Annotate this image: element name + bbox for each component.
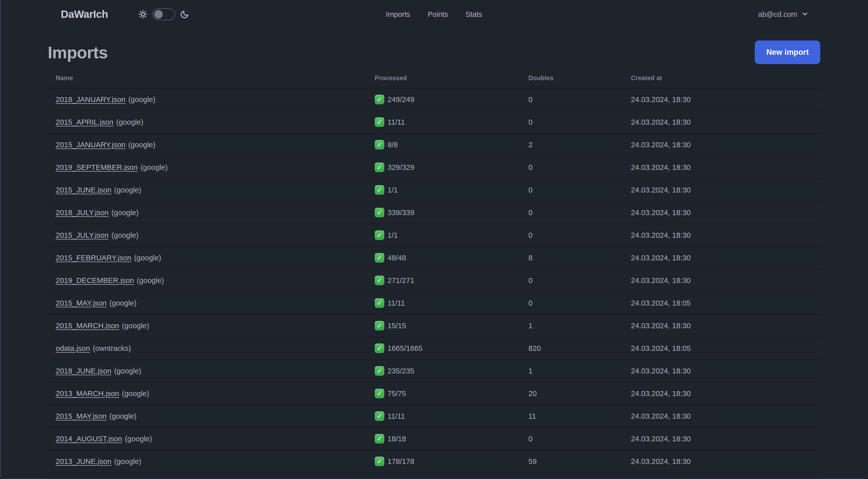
cell-created-at	[623, 473, 820, 479]
cell-created-at: 24.03.2024, 18:30	[623, 247, 820, 269]
cell-created-at: 24.03.2024, 18:30	[623, 428, 820, 450]
cell-created-at: 24.03.2024, 18:30	[623, 315, 820, 337]
import-file-link[interactable]: 2015_APRIL.json	[56, 118, 114, 126]
cell-name: 2019_SEPTEMBER.json (google)	[48, 156, 367, 178]
cell-name: 2018_JUNE.json (google)	[48, 360, 367, 382]
user-menu[interactable]: ab@cd.com	[758, 10, 809, 19]
import-file-link[interactable]: 2015_MARCH.json	[56, 322, 119, 330]
imports-table-body: 2018_JANUARY.json (google) 249/249 0 24.…	[48, 88, 820, 479]
doubles-count: 0	[528, 231, 532, 239]
green-check-icon	[375, 411, 384, 421]
cell-name	[48, 473, 367, 479]
processed-count: 271/271	[388, 276, 414, 285]
table-row: 2018_JULY.json (google) 339/339 0 24.03.…	[48, 202, 820, 224]
doubles-count: 20	[528, 389, 537, 398]
table-row: 2013_JUNE.json (google) 178/178 59 24.03…	[48, 450, 820, 473]
created-at-value: 24.03.2024, 18:30	[631, 389, 691, 398]
cell-name: odata.json (owntracks)	[48, 337, 367, 359]
cell-created-at: 24.03.2024, 18:30	[623, 224, 820, 246]
cell-created-at: 24.03.2024, 18:30	[623, 134, 820, 156]
cell-processed	[367, 473, 520, 479]
chevron-down-icon	[801, 10, 809, 19]
cell-processed: 15/15	[367, 315, 520, 337]
table-row: 2014_AUGUST.json (google) 18/18 0 24.03.…	[48, 428, 820, 450]
app-logo[interactable]: DaWarIch	[61, 8, 108, 20]
cell-doubles: 59	[520, 450, 623, 473]
import-source-label: (google)	[122, 322, 149, 330]
green-check-icon	[375, 162, 384, 172]
created-at-value: 24.03.2024, 18:30	[631, 412, 691, 420]
doubles-count: 0	[528, 163, 532, 172]
cell-doubles: 0	[520, 156, 623, 178]
import-file-link[interactable]: odata.json	[56, 344, 90, 353]
processed-count: 1/1	[388, 231, 398, 239]
table-row: 2015_MAY.json (google) 11/11 0 24.03.202…	[48, 292, 820, 315]
green-check-icon	[375, 276, 384, 285]
table-row: 2018_JUNE.json (google) 235/235 1 24.03.…	[48, 360, 820, 383]
doubles-count: 0	[528, 208, 532, 217]
import-source-label: (google)	[122, 389, 149, 398]
cell-created-at: 24.03.2024, 18:30	[623, 383, 820, 405]
import-file-link[interactable]: 2013_JUNE.json	[56, 457, 111, 466]
table-row: 2019_SEPTEMBER.json (google) 329/329 0 2…	[48, 156, 820, 179]
cell-processed: 178/178	[367, 450, 520, 473]
table-row: 2015_JUNE.json (google) 1/1 0 24.03.2024…	[48, 179, 820, 202]
created-at-value: 24.03.2024, 18:05	[631, 344, 691, 353]
cell-doubles: 0	[520, 88, 623, 111]
cell-doubles: 8	[520, 247, 623, 269]
processed-count: 235/235	[388, 367, 414, 375]
cell-processed: 1/1	[367, 224, 520, 246]
cell-created-at: 24.03.2024, 18:30	[623, 405, 820, 427]
table-row: odata.json (owntracks) 1665/1665 820 24.…	[48, 337, 820, 360]
import-file-link[interactable]: 2015_MAY.json	[56, 412, 106, 420]
nav-link-points[interactable]: Points	[428, 10, 448, 19]
doubles-count: 820	[528, 344, 541, 353]
import-file-link[interactable]: 2014_AUGUST.json	[56, 435, 122, 443]
green-check-icon	[375, 253, 384, 263]
import-source-label: (google)	[114, 186, 141, 194]
column-header-name: Name	[48, 68, 367, 88]
import-file-link[interactable]: 2015_JUNE.json	[56, 186, 111, 194]
green-check-icon	[375, 140, 384, 150]
cell-processed: 329/329	[367, 156, 520, 178]
cell-doubles: 0	[520, 269, 623, 292]
import-file-link[interactable]: 2013_MARCH.json	[56, 389, 119, 398]
import-file-link[interactable]: 2018_JANUARY.json	[56, 95, 126, 104]
cell-name: 2015_JANUARY.json (google)	[48, 134, 367, 156]
import-source-label: (google)	[137, 276, 164, 285]
cell-doubles: 0	[520, 292, 623, 314]
cell-doubles: 11	[520, 405, 623, 427]
cell-doubles	[520, 473, 623, 479]
nav-link-stats[interactable]: Stats	[466, 10, 482, 19]
import-source-label: (google)	[109, 412, 136, 420]
import-file-link[interactable]: 2015_MAY.json	[56, 299, 106, 307]
cell-processed: 11/11	[367, 292, 520, 314]
processed-count: 8/8	[388, 141, 398, 149]
import-file-link[interactable]: 2015_FEBRUARY.json	[56, 253, 131, 262]
table-row: 2015_FEBRUARY.json (google) 48/48 8 24.0…	[48, 247, 820, 269]
doubles-count: 2	[528, 141, 532, 149]
cell-doubles: 1	[520, 360, 623, 382]
cell-name: 2015_JULY.json (google)	[48, 224, 367, 246]
moon-icon	[180, 9, 189, 19]
new-import-button[interactable]: New import	[755, 40, 820, 64]
cell-name: 2018_JANUARY.json (google)	[48, 88, 367, 111]
import-file-link[interactable]: 2015_JANUARY.json	[56, 141, 126, 149]
import-file-link[interactable]: 2015_JULY.json	[56, 231, 109, 239]
import-source-label: (google)	[116, 118, 144, 126]
cell-name: 2018_JULY.json (google)	[48, 202, 367, 224]
processed-count: 15/15	[388, 322, 406, 330]
cell-name: 2015_MAY.json (google)	[48, 405, 367, 427]
cell-name: 2015_FEBRUARY.json (google)	[48, 247, 367, 269]
cell-name: 2014_AUGUST.json (google)	[48, 428, 367, 450]
import-file-link[interactable]: 2018_JUNE.json	[56, 367, 111, 375]
import-file-link[interactable]: 2019_SEPTEMBER.json	[56, 163, 137, 172]
processed-count: 48/48	[388, 253, 406, 262]
cell-name: 2013_MARCH.json (google)	[48, 383, 367, 405]
cell-doubles: 2	[520, 134, 623, 156]
nav-link-imports[interactable]: Imports	[386, 10, 410, 19]
cell-name: 2019_DECEMBER.json (google)	[48, 269, 367, 292]
import-file-link[interactable]: 2018_JULY.json	[56, 208, 109, 217]
import-file-link[interactable]: 2019_DECEMBER.json	[56, 276, 134, 285]
theme-toggle[interactable]	[152, 8, 175, 20]
